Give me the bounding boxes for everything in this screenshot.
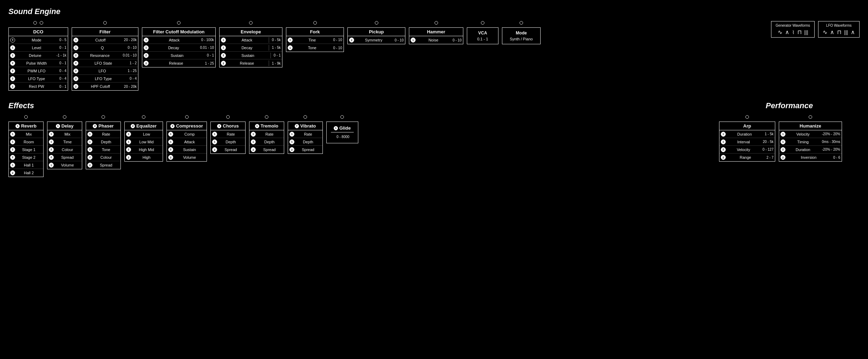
lfo-wave-sine-icon[interactable]: ∿ [823, 30, 827, 35]
lfo-wave-ramp-icon[interactable]: ∧ [851, 30, 855, 35]
chorus-header-icon[interactable]: 1 [217, 124, 221, 128]
dco-lfotype-icon[interactable]: 2 [10, 76, 15, 81]
phaser-knob[interactable] [102, 115, 105, 119]
fcm-release-icon[interactable]: 2 [144, 61, 149, 66]
eq-knob[interactable] [142, 115, 145, 119]
env-decay-icon[interactable]: 1 [221, 45, 226, 50]
delay-time-icon[interactable]: 1 [49, 139, 54, 144]
env-attack-icon[interactable]: 1 [221, 38, 226, 43]
tremolo-depth-icon[interactable]: 1 [251, 139, 256, 144]
arp-range-icon[interactable]: 2 [721, 155, 726, 160]
reverb-header-icon[interactable]: 1 [15, 124, 20, 128]
arp-velocity-icon[interactable]: 2 [721, 147, 726, 152]
env-sustain-icon[interactable]: 2 [221, 53, 226, 58]
humanize-duration-icon[interactable]: 2 [781, 147, 785, 152]
glide-knob[interactable] [340, 115, 344, 119]
fork-tine-icon[interactable]: 1 [288, 38, 293, 43]
tremolo-knob[interactable] [265, 115, 268, 119]
chorus-knob[interactable] [226, 115, 230, 119]
arp-interval-icon[interactable]: 1 [721, 139, 726, 144]
dco-knob-2[interactable] [40, 21, 43, 25]
eq-header-icon[interactable]: 2 [131, 124, 135, 128]
fcm-knob[interactable] [177, 21, 181, 25]
tremolo-header-icon[interactable]: 1 [255, 124, 259, 128]
hammer-noise-icon[interactable]: 1 [411, 38, 416, 43]
fork-tone-icon[interactable]: 1 [288, 45, 293, 50]
phaser-depth-icon[interactable]: 1 [87, 139, 92, 144]
fork-knob[interactable] [313, 21, 317, 25]
lfo-wave-noise-icon[interactable]: ||| [844, 30, 848, 35]
chorus-rate-icon[interactable]: 1 [212, 132, 217, 137]
phaser-spread-icon[interactable]: 2 [87, 163, 92, 168]
vibrato-spread-icon[interactable]: 2 [289, 147, 294, 152]
pickup-knob[interactable] [375, 21, 378, 25]
comp-sustain-icon[interactable]: 2 [168, 147, 173, 152]
fcm-attack-icon[interactable]: 1 [144, 38, 149, 43]
reverb-knob[interactable] [24, 115, 28, 119]
reverb-room-icon[interactable]: 1 [10, 139, 15, 144]
delay-knob[interactable] [63, 115, 66, 119]
filter-lfostate-icon[interactable]: 2 [73, 61, 78, 66]
phaser-colour-icon[interactable]: 2 [87, 155, 92, 160]
reverb-hall2-icon[interactable]: 2 [10, 170, 15, 175]
vca-knob[interactable] [481, 21, 484, 25]
chorus-spread-icon[interactable]: 2 [212, 147, 217, 152]
filter-hpf-icon[interactable]: 2 [73, 84, 78, 89]
delay-volume-icon[interactable]: 1 [49, 163, 54, 168]
comp-volume-icon[interactable]: 2 [168, 155, 173, 160]
fcm-sustain-icon[interactable]: 2 [144, 53, 149, 58]
phaser-rate-icon[interactable]: 1 [87, 132, 92, 137]
vibrato-depth-icon[interactable]: 1 [289, 139, 294, 144]
dco-knob-1[interactable] [33, 21, 37, 25]
filter-res-icon[interactable]: 2 [73, 53, 78, 58]
tremolo-spread-icon[interactable]: 2 [251, 147, 256, 152]
delay-mix-icon[interactable]: 1 [49, 132, 54, 137]
eq-highmid-icon[interactable]: 2 [126, 147, 131, 152]
fcm-decay-icon[interactable]: 1 [144, 45, 149, 50]
gen-wave-saw-icon[interactable]: ⌇ [792, 30, 795, 35]
arp-duration-icon[interactable]: 1 [721, 132, 726, 137]
glide-header-icon[interactable]: 1 [334, 126, 338, 130]
eq-lowmid-icon[interactable]: 1 [126, 139, 131, 144]
gen-wave-tri-icon[interactable]: ∧ [785, 30, 789, 35]
dco-detune-icon[interactable]: 2 [10, 53, 15, 58]
tremolo-rate-icon[interactable]: 1 [251, 132, 256, 137]
humanize-knob[interactable] [809, 115, 812, 119]
comp-knob[interactable] [185, 115, 189, 119]
filter-cutoff-icon[interactable]: 1 [73, 38, 78, 43]
phaser-tone-icon[interactable]: 2 [87, 147, 92, 152]
dco-level-icon[interactable]: 1 [10, 45, 15, 50]
humanize-inversion-icon[interactable]: 2 [781, 155, 785, 160]
comp-attack-icon[interactable]: 1 [168, 139, 173, 144]
dco-rectpw-icon[interactable]: 2 [10, 84, 15, 89]
reverb-stage1-icon[interactable]: 2 [10, 147, 15, 152]
eq-high-icon[interactable]: 2 [126, 155, 131, 160]
vibrato-header-icon[interactable]: 7 [295, 124, 299, 128]
humanize-velocity-icon[interactable]: 1 [781, 132, 785, 137]
filter-lfo-icon[interactable]: 2 [73, 68, 78, 73]
filter-lfotype-icon[interactable]: 2 [73, 76, 78, 81]
dco-mode-icon[interactable]: 0 [10, 38, 15, 43]
lfo-wave-square-icon[interactable]: ⊓ [837, 30, 841, 35]
humanize-timing-icon[interactable]: 1 [781, 139, 785, 144]
reverb-stage2-icon[interactable]: 2 [10, 155, 15, 160]
vibrato-knob[interactable] [304, 115, 307, 119]
delay-colour-icon[interactable]: 2 [49, 147, 54, 152]
comp-comp-icon[interactable]: 1 [168, 132, 173, 137]
filter-knob[interactable] [103, 21, 107, 25]
envelope-knob[interactable] [249, 21, 253, 25]
gen-wave-sine-icon[interactable]: ∿ [778, 30, 782, 35]
mode-knob[interactable] [520, 21, 523, 25]
reverb-hall1-icon[interactable]: 1 [10, 163, 15, 168]
eq-low-icon[interactable]: 1 [126, 132, 131, 137]
pickup-symmetry-icon[interactable]: 2 [349, 38, 354, 43]
gen-wave-noise-icon[interactable]: ||| [804, 30, 808, 35]
filter-q-icon[interactable]: 1 [73, 45, 78, 50]
phaser-header-icon[interactable]: 2 [93, 124, 97, 128]
hammer-knob[interactable] [435, 21, 438, 25]
dco-pw-icon[interactable]: 2 [10, 61, 15, 66]
dco-pwmlfo-icon[interactable]: 2 [10, 68, 15, 73]
chorus-depth-icon[interactable]: 1 [212, 139, 217, 144]
reverb-mix-icon[interactable]: 1 [10, 132, 15, 137]
gen-wave-square-icon[interactable]: ⊓ [797, 30, 802, 35]
